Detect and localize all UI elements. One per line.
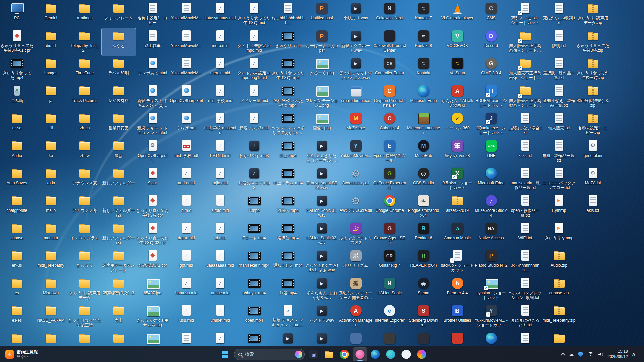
desktop-icon[interactable]: GGeForce Experience — [373, 166, 407, 193]
desktop-icon[interactable]: きゅうり食ってた午後3時.cpr — [136, 193, 169, 221]
desktop-icon[interactable]: open - 親作品一覧.txt — [508, 193, 542, 221]
desktop-icon[interactable]: 新しいフォルダー — [102, 166, 136, 193]
desktop-icon[interactable]: J↗JQuake.exe - ショートカット — [474, 111, 508, 138]
desktop-icon[interactable]: X↗9.5.xlsx - ショートカット — [440, 166, 474, 193]
desktop-icon[interactable]: HALion Sonic 01.wav — [305, 193, 339, 221]
desktop-icon[interactable]: hamusu.mid — [169, 276, 203, 303]
desktop-icon[interactable]: CCrypton Product Installer — [373, 83, 407, 111]
desktop-icon[interactable]: runtimes — [68, 1, 102, 28]
desktop-icon[interactable]: Google Chrome — [373, 193, 407, 221]
desktop-icon[interactable]: H↗HDDFMT.exe - ショートカット — [474, 83, 508, 111]
desktop-icon[interactable]: きゅうり食ってた午後3時.mid — [237, 1, 271, 28]
desktop-icon[interactable]: Auto Saves — [0, 166, 34, 193]
desktop-icon[interactable]: ゆうと — [102, 28, 136, 56]
desktop-icon[interactable]: general.ini — [576, 138, 610, 166]
desktop-icon[interactable]: mid_学校.pdf — [169, 138, 203, 166]
desktop-icon[interactable]: MoZA.ini — [576, 166, 610, 193]
desktop-icon[interactable]: ≈Kontakt 8 — [407, 28, 440, 56]
desktop-icon[interactable]: NKSC_PARAM — [34, 303, 68, 330]
show-desktop-button[interactable] — [640, 350, 641, 359]
desktop-icon[interactable]: HALion Sonic 02.wav — [305, 221, 339, 248]
desktop-icon[interactable]: ぷぷよぷよ™テトリス® 2 — [339, 221, 373, 248]
desktop-icon[interactable]: ずんだもん_しおかぜ&.wav — [305, 276, 339, 303]
desktop-icon[interactable] — [169, 330, 203, 346]
desktop-icon[interactable]: 選択肢.mp4 — [271, 221, 305, 248]
desktop-icon[interactable] — [136, 330, 169, 346]
desktop-icon[interactable]: バストラ.wav — [305, 303, 339, 330]
desktop-icon[interactable]: 65407.jpg — [136, 276, 169, 303]
desktop-icon[interactable]: 答え知っててもずいいわこれ.wav — [339, 56, 373, 83]
desktop-icon[interactable]: AWSSDK.Core.dll — [339, 193, 373, 221]
desktop-icon[interactable]: 無題 - 親作品一覧.txt — [542, 138, 576, 166]
desktop-icon[interactable]: 無題.mp4 — [271, 276, 305, 303]
desktop-icon[interactable]: meroin.mid — [203, 56, 237, 83]
desktop-icon[interactable]: きゅうり_調声用データ.zip — [576, 1, 610, 28]
teal-app[interactable] — [384, 347, 398, 361]
desktop-icon[interactable]: アナウンス冬 — [68, 193, 102, 221]
desktop-icon[interactable]: CCubase 14 — [373, 111, 407, 138]
desktop-icon[interactable]: Accessibility.dll — [339, 166, 373, 193]
desktop-icon[interactable]: Telepathy_Inst_2... — [68, 28, 102, 56]
desktop-icon[interactable]: Microsoft Edge — [474, 166, 508, 193]
desktop-icon[interactable]: 最新 — [102, 138, 136, 166]
desktop-icon[interactable]: TimeTune — [68, 56, 102, 83]
desktop-icon[interactable]: 名称未設定1.cpr — [136, 248, 169, 276]
desktop-icon[interactable]: 新規 テキスト ドキュメント.html — [136, 111, 169, 138]
desktop-icon[interactable]: F.ymmp — [542, 193, 576, 221]
desktop-icon[interactable]: メドレー風.mid — [237, 83, 271, 111]
desktop-icon[interactable]: ksks.txt — [508, 138, 542, 166]
desktop-icon[interactable]: Y↗YukkuriMovieM... - ショートカット — [474, 303, 508, 330]
desktop-icon[interactable]: CEController Editor — [373, 56, 407, 83]
desktop-icon[interactable]: YYukkuriMovieM... — [339, 138, 373, 166]
desktop-icon[interactable]: MMoZA.exe — [339, 111, 373, 138]
desktop-icon[interactable]: くらげ.xml — [169, 111, 203, 138]
desktop-icon[interactable]: ar-sa — [0, 111, 34, 138]
desktop-icon[interactable]: Images — [34, 56, 68, 83]
desktop-icon[interactable]: きゅうり_調声用データ — [68, 276, 102, 303]
desktop-icon[interactable]: EEpson 接続診断ツール — [373, 138, 407, 166]
desktop-icon[interactable]: Mixdown — [34, 276, 68, 303]
desktop-icon[interactable]: VVOICEVOX — [440, 28, 474, 56]
desktop-icon[interactable]: 調声練習(失敗)_3 — [102, 276, 136, 303]
desktop-icon[interactable]: きゅうり食ってた午後3時.zip — [576, 28, 610, 56]
cloud-tray-icon[interactable]: ☁ — [569, 351, 574, 357]
desktop-icon[interactable]: きゅうりofficial用サムネ.jpg — [136, 303, 169, 330]
desktop-icon[interactable]: ♪MuseScore Studio 4 — [474, 193, 508, 221]
desktop-icon[interactable]: ↗万引きメモ.txt - ショートカット — [508, 1, 542, 28]
desktop-icon[interactable] — [203, 330, 237, 346]
desktop-icon[interactable]: 名称未設定1 - コピー — [136, 1, 169, 28]
desktop-icon[interactable]: gpt.mid — [169, 248, 203, 276]
desktop-icon[interactable]: ja — [34, 83, 68, 111]
desktop-icon[interactable]: ↗syasinn - ショートカット — [474, 276, 508, 303]
desktop-icon[interactable]: 新しいフォルダー (2) — [102, 193, 136, 221]
security-shield-icon[interactable] — [578, 352, 583, 357]
desktop-icon[interactable]: 新しいフォルダー (3) — [102, 221, 136, 248]
desktop-icon[interactable]: ohhayo-.mp4 — [237, 276, 271, 303]
desktop-icon[interactable]: midi_Telepathy.zip — [542, 303, 576, 330]
desktop-icon[interactable]: 名称未設定1 - コピー.zip — [576, 111, 610, 138]
desktop-icon[interactable]: CCMS — [474, 1, 508, 28]
desktop-icon[interactable]: ↗backup - ショートカット — [440, 248, 474, 276]
desktop-icon[interactable]: 通知うぜえ - 親作品一覧.txt — [542, 83, 576, 111]
ime-indicator[interactable]: A — [632, 352, 635, 357]
desktop-icon[interactable]: こってもn d すおf d s b ぶぁ.wav — [305, 248, 339, 276]
copilot-icon[interactable] — [295, 351, 302, 358]
desktop-icon[interactable]: 羽気へ.mp4 — [271, 193, 305, 221]
desktop-icon[interactable] — [440, 330, 474, 346]
desktop-icon[interactable]: F.mp4 — [237, 193, 271, 221]
desktop-icon[interactable]: jijii — [34, 111, 68, 138]
desktop-icon[interactable]: YukkuriMovieM... — [169, 1, 203, 28]
desktop-icon[interactable]: 売上 — [102, 303, 136, 330]
desktop-icon[interactable]: 孤孤独なインディーゲーム開発者の一生... — [339, 276, 373, 303]
desktop-icon[interactable]: es — [0, 276, 34, 303]
desktop-icon[interactable]: 新規エクスポート.wav — [339, 28, 373, 56]
desktop-icon[interactable]: cubase.zip — [542, 276, 576, 303]
desktop-icon[interactable]: PUntitled.ppsf — [305, 1, 339, 28]
desktop-icon[interactable]: zh-cn — [68, 111, 102, 138]
desktop-icon[interactable]: Aかんたん！AITalk 3 関西風 — [440, 83, 474, 111]
desktop-icon[interactable]: 画像1.png — [305, 111, 339, 138]
desktop-icon[interactable]: きゅうり食ってた午後3時-01.cpr — [0, 28, 34, 56]
desktop-icon[interactable]: es-es — [0, 303, 34, 330]
desktop-icon[interactable]: テンポあて.html — [136, 56, 169, 83]
desktop-icon[interactable]: ≡Cakewalk Product Center — [373, 28, 407, 56]
